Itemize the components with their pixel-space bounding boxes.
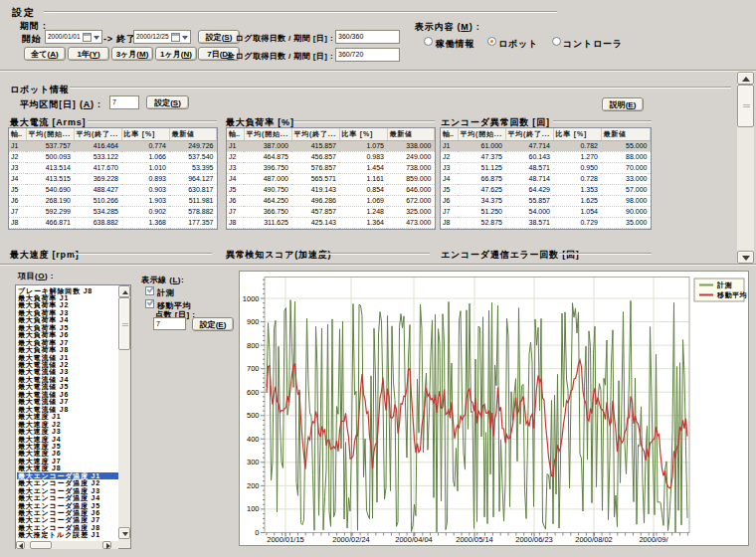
svg-text:2000/04/04: 2000/04/04	[395, 535, 433, 544]
svg-text:600: 600	[247, 388, 260, 397]
svg-text:2000/06/23: 2000/06/23	[515, 535, 553, 544]
svg-text:1000: 1000	[243, 294, 260, 303]
svg-text:計測: 計測	[716, 280, 732, 289]
svg-text:400: 400	[247, 435, 260, 444]
svg-text:500: 500	[247, 411, 260, 420]
svg-text:800: 800	[247, 341, 260, 350]
svg-text:2000/09/: 2000/09/	[639, 535, 668, 544]
svg-text:移動平均: 移動平均	[716, 291, 747, 299]
svg-text:900: 900	[247, 317, 260, 326]
svg-text:2000/05/14: 2000/05/14	[456, 535, 493, 544]
svg-text:100: 100	[247, 504, 260, 513]
svg-text:200: 200	[247, 481, 260, 490]
svg-text:2000/01/15: 2000/01/15	[267, 535, 304, 544]
svg-text:2000/02/24: 2000/02/24	[332, 535, 370, 544]
svg-text:700: 700	[247, 364, 260, 373]
svg-text:0: 0	[255, 528, 259, 537]
svg-text:2000/08/02: 2000/08/02	[575, 535, 613, 544]
svg-text:300: 300	[247, 458, 260, 466]
